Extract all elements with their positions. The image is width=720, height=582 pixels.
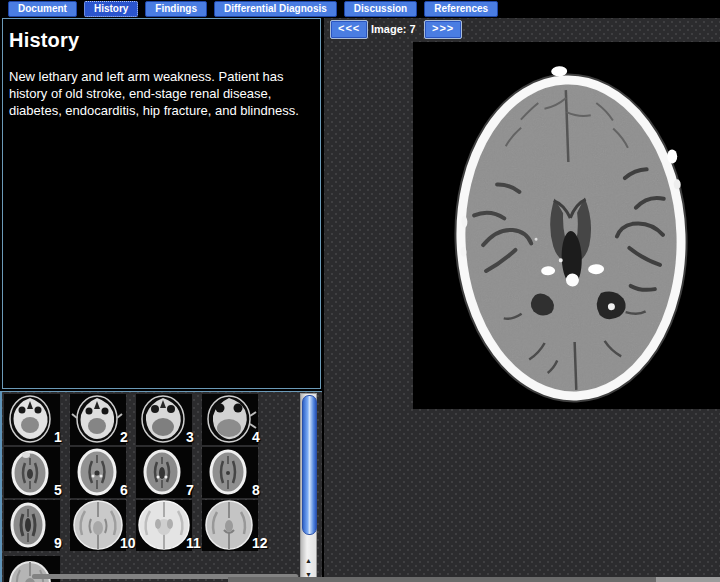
main-ct-image[interactable] [413, 42, 720, 409]
thumbnail-number: 1 [54, 429, 62, 445]
thumbnail-panel: 1 2 3 4 5 [0, 391, 322, 582]
thumbnail-scrollbar[interactable]: ▲ ▼ [300, 393, 317, 582]
thumbnail-number: 3 [186, 429, 194, 445]
thumbnail-8[interactable]: 8 [202, 447, 268, 498]
thumbnail-12[interactable]: 12 [202, 500, 268, 551]
tab-discussion[interactable]: Discussion [344, 1, 417, 17]
thumbnail-image [4, 500, 60, 551]
thumbnail-image [136, 394, 192, 445]
thumbnail-10[interactable]: 10 [70, 500, 136, 551]
thumbnail-number: 6 [120, 482, 128, 498]
previous-image-button[interactable]: <<< [330, 20, 368, 39]
thumbnail-image [202, 447, 258, 498]
thumbnail-4[interactable]: 4 [202, 394, 268, 445]
thumbnail-number: 10 [120, 535, 136, 551]
thumbnail-image [70, 394, 126, 445]
thumbnail-9[interactable]: 9 [4, 500, 70, 551]
thumbnail-6[interactable]: 6 [70, 447, 136, 498]
thumbnail-image [70, 447, 126, 498]
scrollbar-thumb[interactable] [302, 395, 317, 535]
thumbnail-image [70, 500, 126, 551]
image-counter-label: Image: 7 [371, 23, 416, 35]
tab-references[interactable]: References [424, 1, 498, 17]
tab-findings[interactable]: Findings [145, 1, 207, 17]
thumbnail-1[interactable]: 1 [4, 394, 70, 445]
thumbnail-number: 12 [252, 535, 268, 551]
thumbnail-image [136, 500, 192, 551]
thumbnail-number: 2 [120, 429, 128, 445]
window-horizontal-scrollbar[interactable] [228, 577, 720, 582]
thumbnail-image [202, 500, 258, 551]
next-image-button[interactable]: >>> [424, 20, 462, 39]
window-horizontal-scrollbar-thumb[interactable] [656, 577, 720, 582]
panel-title: History [9, 29, 320, 52]
tab-bar: Document History Findings Differential D… [0, 0, 720, 18]
tab-history[interactable]: History [84, 1, 138, 17]
tab-document[interactable]: Document [8, 1, 77, 17]
thumbnail-11[interactable]: 11 [136, 500, 202, 551]
radiology-case-viewer: Document History Findings Differential D… [0, 0, 720, 582]
thumbnail-image [202, 394, 258, 445]
thumbnail-3[interactable]: 3 [136, 394, 202, 445]
thumbnail-number: 4 [252, 429, 260, 445]
scrollbar-up-arrow-icon[interactable]: ▲ [301, 554, 316, 567]
thumbnail-image [136, 447, 192, 498]
thumbnail-5[interactable]: 5 [4, 447, 70, 498]
thumbnail-number: 5 [54, 482, 62, 498]
thumbnail-number: 7 [186, 482, 194, 498]
history-panel: History New lethary and left arm weaknes… [2, 18, 321, 389]
thumbnail-2[interactable]: 2 [70, 394, 136, 445]
thumbnail-image [4, 447, 60, 498]
history-text: New lethary and left arm weakness. Patie… [9, 68, 307, 119]
thumbnail-number: 9 [54, 535, 62, 551]
thumbnail-image [4, 394, 60, 445]
tab-differential-diagnosis[interactable]: Differential Diagnosis [214, 1, 337, 17]
thumbnail-number: 8 [252, 482, 260, 498]
image-viewer-panel: <<< Image: 7 >>> [324, 18, 720, 582]
thumbnail-number: 11 [186, 535, 201, 551]
thumbnail-7[interactable]: 7 [136, 447, 202, 498]
